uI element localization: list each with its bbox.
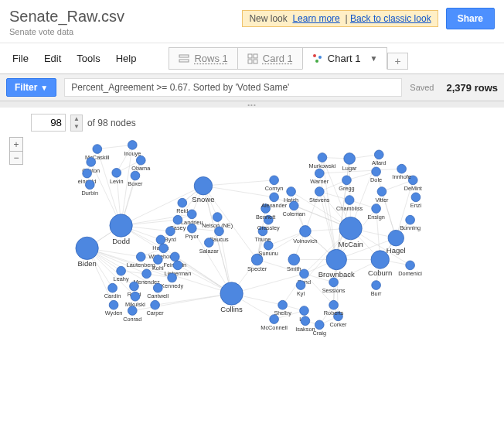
card-icon — [247, 53, 258, 64]
svg-point-232 — [270, 176, 279, 185]
graph-node[interactable]: Leahy — [114, 266, 129, 282]
svg-rect-0 — [179, 55, 189, 57]
graph-node[interactable]: Roberts — [324, 300, 344, 316]
graph-node[interactable]: Enzi — [410, 193, 422, 209]
graph-node[interactable]: Dole — [370, 167, 382, 183]
graph-node[interactable]: Kyl — [296, 281, 305, 297]
tab-chart-label: Chart 1 — [328, 53, 361, 64]
svg-point-252 — [301, 316, 310, 326]
graph-node[interactable]: Reid — [176, 198, 188, 214]
graph-node[interactable]: Cornyn — [265, 176, 284, 192]
menu-tools[interactable]: Tools — [70, 50, 106, 67]
graph-node[interactable]: Brownback — [318, 249, 355, 278]
svg-line-27 — [203, 180, 274, 186]
svg-text:Kennedy: Kennedy — [161, 282, 183, 289]
filter-button[interactable]: Filter▼ — [6, 78, 56, 97]
svg-point-260 — [329, 278, 339, 287]
tab-card[interactable]: Card 1 — [237, 47, 302, 70]
graph-node[interactable]: Voinovich — [293, 226, 317, 244]
svg-point-236 — [289, 201, 298, 210]
graph-node[interactable]: Snowe — [192, 176, 214, 203]
svg-text:Brownback: Brownback — [318, 270, 355, 279]
svg-point-248 — [270, 315, 279, 324]
graph-node[interactable]: Carper — [146, 300, 164, 316]
graph-node[interactable]: Smith — [287, 254, 301, 272]
graph-node[interactable]: Hatch — [284, 187, 298, 203]
tab-add[interactable]: + — [387, 53, 407, 70]
graph-node[interactable]: Innhofe — [392, 164, 410, 180]
graph-node[interactable]: Biden — [76, 237, 98, 268]
svg-point-208 — [153, 283, 162, 292]
graph-node[interactable]: Gregg — [339, 176, 354, 192]
graph-node[interactable]: Murkowski — [309, 153, 336, 169]
svg-point-150 — [87, 158, 96, 167]
svg-text:Inouye: Inouye — [124, 150, 141, 157]
graph-node[interactable]: Hagel — [387, 230, 406, 254]
svg-point-168 — [173, 215, 182, 224]
graph-node[interactable]: Warner — [310, 169, 329, 185]
graph-node[interactable]: Collins — [220, 282, 243, 313]
graph-node[interactable]: Lugar — [342, 153, 357, 172]
graph-node[interactable]: Dodd — [110, 214, 132, 245]
filter-expression[interactable]: Percent_Agreement >= 0.67. Sorted by 'Vo… — [64, 78, 402, 97]
svg-text:Grassley: Grassley — [257, 224, 280, 231]
svg-point-280 — [345, 196, 354, 205]
svg-point-158 — [112, 168, 121, 177]
svg-text:Cornyn: Cornyn — [265, 185, 284, 192]
new-look-label: New look — [249, 13, 287, 24]
svg-text:Kyl: Kyl — [297, 290, 305, 297]
svg-point-162 — [131, 171, 140, 180]
menu-file[interactable]: File — [6, 50, 35, 67]
graph-node[interactable]: McConnell — [261, 315, 288, 331]
tab-rows[interactable]: Rows 1 — [169, 47, 237, 70]
svg-point-160 — [136, 156, 145, 165]
graph-node[interactable]: Pryor — [186, 224, 199, 240]
tab-chart[interactable]: Chart 1 ▼ — [302, 47, 388, 70]
svg-text:Voinovich: Voinovich — [293, 238, 317, 244]
graph-node[interactable]: Burr — [371, 281, 382, 297]
menu-help[interactable]: Help — [110, 50, 143, 67]
svg-text:Coburn: Coburn — [368, 268, 392, 277]
graph-node[interactable]: Wyden — [105, 300, 123, 316]
svg-point-244 — [296, 281, 305, 290]
graph-node[interactable]: Domenici — [398, 261, 422, 277]
divider-handle[interactable]: ••• — [0, 101, 504, 108]
graph-node[interactable]: Nelson (NE) — [202, 213, 233, 229]
svg-text:Collins: Collins — [220, 305, 243, 313]
svg-point-298 — [344, 153, 356, 165]
svg-point-216 — [151, 300, 160, 309]
graph-node[interactable]: McCain — [338, 217, 363, 248]
back-classic-link[interactable]: Back to classic look — [350, 13, 431, 24]
svg-text:Corker: Corker — [329, 321, 347, 328]
share-button[interactable]: Share — [446, 8, 495, 29]
svg-point-254 — [315, 320, 324, 330]
svg-point-154 — [85, 180, 94, 190]
svg-text:Innhofe: Innhofe — [392, 173, 410, 180]
svg-text:Bunning: Bunning — [400, 224, 421, 231]
svg-text:Allard: Allard — [372, 159, 387, 166]
graph-node[interactable]: Isakson — [295, 316, 315, 333]
graph-node[interactable]: Inouye — [124, 141, 141, 157]
svg-point-202 — [168, 273, 177, 282]
graph-node[interactable]: Levin — [110, 168, 124, 184]
svg-point-176 — [194, 176, 212, 194]
graph-node[interactable]: Shelby — [274, 300, 291, 316]
svg-point-246 — [278, 300, 288, 309]
graph-node[interactable]: Obama — [131, 156, 151, 172]
graph-node[interactable]: Allard — [372, 150, 387, 166]
new-look-banner: New look Learn more | Back to classic lo… — [242, 10, 438, 27]
learn-more-link[interactable]: Learn more — [292, 13, 339, 24]
graph-node[interactable]: Boxer — [128, 171, 143, 187]
svg-line-126 — [97, 145, 132, 149]
svg-text:Lautenberg: Lautenberg — [127, 262, 155, 268]
network-graph[interactable]: ▲▼ of 98 nodes + − McCaskillClintoneingo… — [0, 108, 504, 431]
document-title: Senate_Raw.csv — [9, 8, 124, 26]
graph-node[interactable]: Conrad — [123, 306, 141, 323]
graph-node[interactable]: Bunning — [400, 215, 421, 231]
svg-rect-5 — [254, 60, 257, 63]
graph-node[interactable]: Chambliss — [336, 196, 363, 212]
menu-edit[interactable]: Edit — [38, 50, 67, 67]
graph-node[interactable]: Cardin — [104, 283, 121, 299]
svg-text:Snowe: Snowe — [192, 195, 214, 203]
saved-status: Saved — [410, 83, 434, 92]
